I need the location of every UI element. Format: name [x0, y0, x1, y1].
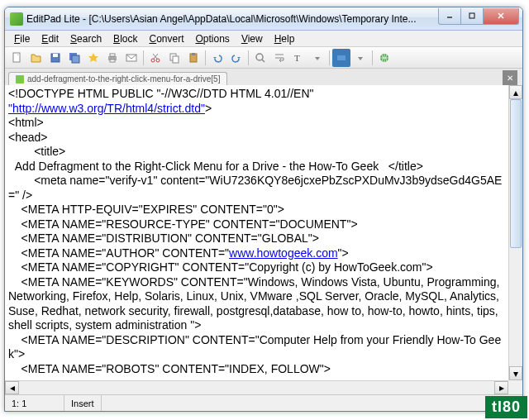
wordwrap-icon[interactable] — [270, 49, 288, 67]
new-file-icon[interactable] — [8, 49, 26, 67]
window-controls — [439, 8, 519, 25]
cut-icon[interactable] — [146, 49, 164, 67]
copy-icon[interactable] — [165, 49, 183, 67]
close-button[interactable] — [483, 8, 519, 25]
window-title: EditPad Lite - [C:\Users\Asian Angel\App… — [26, 13, 439, 25]
svg-line-16 — [153, 54, 157, 59]
toolbar-separator — [205, 50, 206, 65]
save-all-icon[interactable] — [65, 49, 83, 67]
scroll-track[interactable] — [19, 381, 494, 394]
author-link[interactable]: www.howtogeek.com — [229, 246, 338, 260]
minimize-button[interactable] — [438, 8, 461, 25]
document-tab-icon — [16, 75, 24, 84]
menu-edit[interactable]: Edit — [36, 31, 64, 46]
dropdown-icon[interactable] — [351, 49, 369, 67]
toolbar: T — [5, 47, 522, 69]
toolbar-separator — [248, 50, 249, 65]
document-tab-label: add-defragment-to-the-right-click-menu-f… — [27, 74, 220, 84]
editor-area: <!DOCTYPE HTML PUBLIC "-//W3C//DTD HTML … — [5, 85, 522, 394]
titlebar[interactable]: EditPad Lite - [C:\Users\Asian Angel\App… — [5, 7, 522, 31]
scroll-down-icon[interactable]: ▾ — [509, 366, 522, 380]
web-icon[interactable] — [375, 49, 393, 67]
menu-options[interactable]: Options — [190, 31, 236, 46]
scroll-corner — [508, 380, 522, 394]
tab-close-button[interactable]: ✕ — [503, 70, 517, 85]
doctype-link[interactable]: "http://www.w3.org/TR/html4/strict.dtd" — [8, 102, 205, 115]
scroll-up-icon[interactable]: ▴ — [509, 85, 522, 99]
menubar: File Edit Search Block Convert Options V… — [5, 31, 522, 47]
toolbar-separator — [372, 50, 373, 65]
menu-file[interactable]: File — [8, 31, 36, 46]
document-tab[interactable]: add-defragment-to-the-right-click-menu-f… — [8, 72, 227, 85]
svg-rect-6 — [53, 54, 58, 57]
svg-point-21 — [256, 54, 263, 60]
app-window: EditPad Lite - [C:\Users\Asian Angel\App… — [4, 7, 523, 412]
watermark: tl80 — [485, 396, 527, 418]
paste-icon[interactable] — [184, 49, 203, 67]
font-icon[interactable]: T — [289, 49, 307, 67]
svg-rect-8 — [72, 55, 79, 63]
scroll-track[interactable] — [509, 99, 522, 366]
svg-line-22 — [262, 60, 264, 62]
dropdown-icon[interactable] — [308, 49, 326, 67]
menu-view[interactable]: View — [236, 31, 269, 46]
menu-search[interactable]: Search — [64, 31, 107, 46]
svg-rect-18 — [173, 56, 179, 63]
favorite-icon[interactable] — [84, 49, 102, 67]
cursor-position: 1: 1 — [5, 395, 64, 411]
editor-text[interactable]: <!DOCTYPE HTML PUBLIC "-//W3C//DTD HTML … — [5, 85, 508, 380]
find-icon[interactable] — [251, 49, 269, 67]
svg-rect-10 — [110, 54, 115, 56]
open-file-icon[interactable] — [27, 49, 45, 67]
print-icon[interactable] — [103, 49, 122, 67]
svg-rect-11 — [110, 60, 115, 62]
svg-point-14 — [156, 59, 160, 62]
toolbar-separator — [143, 50, 144, 65]
vertical-scrollbar[interactable]: ▴ ▾ — [508, 85, 522, 380]
svg-rect-1 — [469, 13, 474, 18]
scroll-right-icon[interactable]: ▸ — [494, 381, 508, 394]
svg-point-13 — [151, 59, 155, 62]
maximize-button[interactable] — [460, 8, 484, 25]
menu-convert[interactable]: Convert — [143, 31, 189, 46]
redo-icon[interactable] — [227, 49, 245, 67]
svg-rect-20 — [192, 53, 195, 55]
svg-rect-26 — [337, 55, 346, 60]
undo-icon[interactable] — [208, 49, 226, 67]
mail-icon[interactable] — [122, 49, 141, 67]
menu-block[interactable]: Block — [107, 31, 143, 46]
app-icon — [10, 12, 23, 26]
scroll-thumb[interactable] — [510, 99, 522, 248]
toolbar-separator — [329, 50, 330, 65]
horizontal-scrollbar[interactable]: ◂ ▸ — [5, 380, 508, 394]
svg-rect-4 — [13, 53, 20, 62]
statusbar: 1: 1 Insert — [5, 394, 522, 411]
save-icon[interactable] — [46, 49, 64, 67]
svg-text:T: T — [294, 53, 300, 63]
tabbar: add-defragment-to-the-right-click-menu-f… — [5, 69, 522, 85]
svg-line-15 — [154, 54, 158, 59]
insert-mode: Insert — [64, 395, 102, 411]
menu-help[interactable]: Help — [269, 31, 301, 46]
highlight-icon[interactable] — [332, 49, 350, 67]
scroll-left-icon[interactable]: ◂ — [5, 381, 19, 394]
